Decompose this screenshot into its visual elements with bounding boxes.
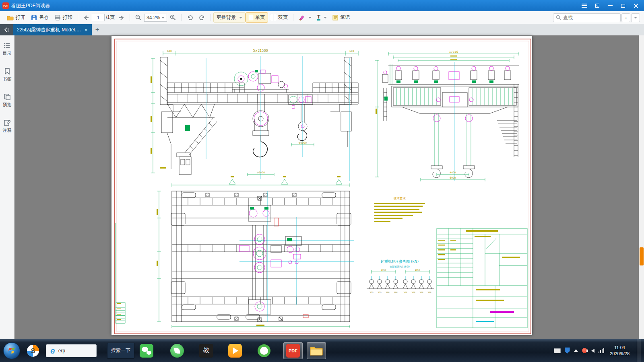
minimize-button[interactable]	[605, 1, 616, 10]
svg-text:17750: 17750	[449, 50, 458, 53]
wheel-load-diagram: 起重机轮压参考图 (kN) 全部轮压约11500 1950 1950	[367, 259, 434, 294]
separator	[181, 14, 182, 21]
chevron-down-icon	[634, 17, 637, 19]
search-options-button[interactable]	[631, 13, 640, 22]
close-icon	[634, 3, 638, 8]
chevron-down-icon	[324, 17, 327, 19]
svg-text:1950: 1950	[415, 269, 420, 271]
search-input[interactable]	[563, 15, 618, 21]
collapse-sidebar-button[interactable]	[0, 24, 13, 35]
taskbar-search-button[interactable]: 搜索一下	[107, 343, 134, 359]
cross-section-view: 17750	[375, 50, 519, 181]
svg-text:366: 366	[394, 291, 398, 294]
double-page-button[interactable]: 双页	[268, 13, 291, 22]
menu-button[interactable]	[579, 1, 590, 10]
sogou-icon: S	[26, 344, 40, 358]
search-box[interactable]	[553, 13, 621, 22]
maximize-button[interactable]	[617, 1, 629, 10]
change-background-dropdown[interactable]: 更换背景	[213, 12, 246, 23]
vertical-scrollbar[interactable]	[639, 35, 644, 339]
save-as-button[interactable]: 另存	[28, 13, 52, 22]
wechat-icon	[140, 344, 153, 358]
tab-close-icon[interactable]: ×	[85, 27, 88, 33]
open-button[interactable]: 打开	[4, 13, 28, 22]
zoom-out-icon	[135, 14, 141, 21]
single-page-button[interactable]: 单页	[246, 12, 268, 23]
show-desktop-button[interactable]	[637, 339, 641, 362]
ie-erp-button[interactable]: e erp	[46, 344, 97, 357]
system-tray: 11:04 2020/9/28	[554, 339, 643, 362]
zoom-level-dropdown[interactable]: 34.2%	[144, 14, 167, 22]
print-button[interactable]: 打印	[52, 13, 75, 22]
highlighter-tool-button[interactable]	[296, 14, 314, 22]
technical-notes: 技术要求	[374, 197, 425, 222]
app-leaf-button[interactable]	[167, 342, 187, 359]
media-player-button[interactable]	[225, 342, 245, 359]
annotation-icon	[4, 119, 11, 126]
document-tab[interactable]: 225t四梁铸造起重机-Model.pd ×	[13, 24, 92, 35]
security-shield-icon[interactable]	[565, 348, 570, 354]
new-tab-button[interactable]: +	[92, 24, 103, 35]
pdf-reader-taskbar-button[interactable]: PDF	[283, 342, 303, 359]
zoom-out-button[interactable]	[132, 13, 144, 22]
svg-text:技术要求: 技术要求	[393, 197, 406, 200]
start-button[interactable]	[3, 342, 20, 359]
sidebar-item-annotations[interactable]: 注释	[3, 119, 12, 134]
page-number-input[interactable]	[92, 14, 105, 21]
sidebar-item-preview[interactable]: 预览	[3, 93, 12, 108]
preview-icon	[4, 93, 11, 101]
zoom-in-icon	[170, 14, 176, 21]
taskbar: S e erp 搜索一下 教 PDF	[0, 339, 644, 362]
taskbar-clock[interactable]: 11:04 2020/9/28	[610, 345, 630, 356]
svg-text:366: 366	[419, 291, 423, 294]
close-button[interactable]	[630, 1, 642, 10]
search-prev-button[interactable]: ‹	[621, 13, 630, 22]
file-explorer-button[interactable]	[307, 342, 326, 359]
note-icon	[332, 15, 338, 21]
svg-text:Φ2000: Φ2000	[299, 141, 307, 144]
sidebar-item-bookmarks[interactable]: 书签	[3, 68, 12, 82]
text-tool-button[interactable]: T	[314, 13, 330, 22]
svg-text:5×21500: 5×21500	[253, 49, 268, 53]
network-icon[interactable]	[599, 348, 605, 353]
prev-page-button[interactable]	[80, 14, 92, 22]
sogou-browser-button[interactable]: S	[23, 342, 43, 359]
input-method-icon[interactable]	[554, 348, 561, 353]
separator	[211, 14, 211, 21]
document-viewport[interactable]: 5×21500 600 600	[14, 35, 639, 339]
fullscreen-button[interactable]	[592, 1, 603, 10]
tab-bar: 225t四梁铸造起重机-Model.pd × +	[0, 24, 644, 35]
notes-button[interactable]: 笔记	[330, 13, 353, 22]
undo-button[interactable]	[184, 14, 196, 22]
tab-title: 225t四梁铸造起重机-Model.pd	[17, 27, 81, 33]
wechat-button[interactable]	[137, 342, 156, 359]
svg-text:S: S	[31, 348, 35, 354]
fullscreen-icon	[595, 4, 599, 8]
play-icon	[228, 344, 242, 358]
redo-button[interactable]	[196, 14, 208, 22]
section-markers	[229, 176, 342, 184]
titlebar: PDF 看图王PDF阅读器	[0, 0, 644, 11]
bookmark-icon	[4, 68, 11, 75]
volume-icon[interactable]	[591, 349, 594, 353]
pdf-page[interactable]: 5×21500 600 600	[111, 36, 532, 335]
sidebar-item-toc[interactable]: 目录	[3, 42, 12, 56]
pdf-reader-window: PDF 看图王PDF阅读器 打开 另存 打印 /1页	[0, 0, 644, 362]
toolbar: 打开 另存 打印 /1页 34.2%	[0, 11, 644, 24]
arrow-left-icon	[83, 15, 89, 21]
scrollbar-thumb[interactable]	[640, 247, 644, 265]
undo-icon	[187, 15, 193, 21]
svg-text:370: 370	[369, 291, 374, 294]
app-jiao-button[interactable]: 教	[196, 342, 216, 359]
separator	[78, 14, 78, 21]
margin-strip	[116, 302, 125, 323]
clock-date: 2020/9/28	[610, 351, 630, 356]
browser-ring-button[interactable]	[254, 342, 274, 359]
tray-expand-icon[interactable]	[574, 349, 578, 352]
internet-explorer-icon: e	[50, 347, 55, 355]
folder-icon	[310, 345, 323, 356]
jiao-icon: 教	[199, 344, 213, 358]
minimize-icon	[608, 5, 613, 6]
zoom-in-button[interactable]	[167, 13, 179, 22]
next-page-button[interactable]	[116, 14, 127, 22]
